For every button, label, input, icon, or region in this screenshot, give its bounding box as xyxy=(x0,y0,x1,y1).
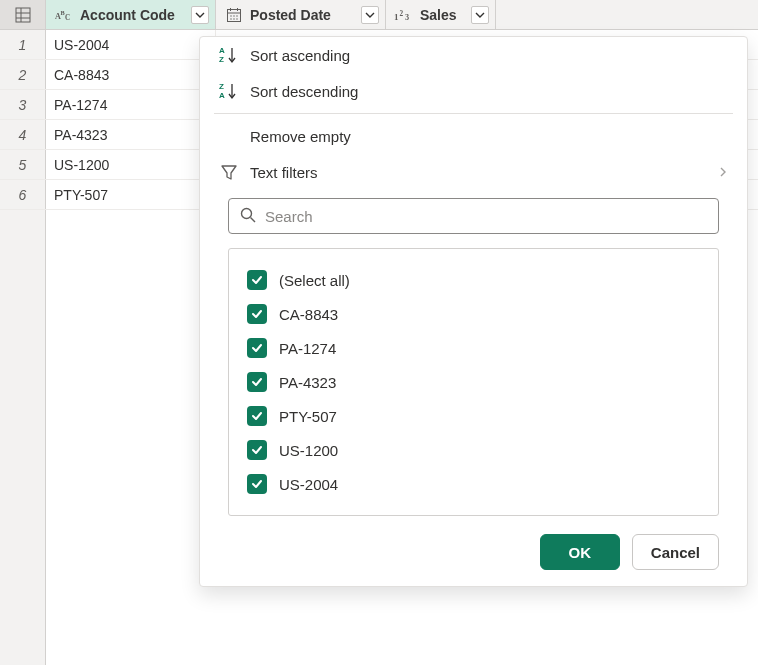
search-container xyxy=(200,190,747,238)
column-title: Account Code xyxy=(80,7,185,23)
svg-point-16 xyxy=(236,18,237,19)
column-title: Posted Date xyxy=(250,7,355,23)
sort-desc-icon: Z A xyxy=(218,80,240,102)
menu-label: Text filters xyxy=(250,164,318,181)
dialog-buttons: OK Cancel xyxy=(200,516,747,570)
table-icon xyxy=(13,5,33,25)
sort-asc-icon: A Z xyxy=(218,44,240,66)
row-number[interactable]: 2 xyxy=(0,60,46,89)
svg-text:Z: Z xyxy=(219,55,224,64)
filter-values-list: (Select all)CA-8843PA-1274PA-4323PTY-507… xyxy=(228,248,719,516)
filter-value-label: CA-8843 xyxy=(279,306,338,323)
search-icon xyxy=(239,206,257,227)
svg-point-15 xyxy=(233,18,234,19)
row-number[interactable]: 4 xyxy=(0,120,46,149)
filter-value-label: PA-1274 xyxy=(279,340,336,357)
svg-line-27 xyxy=(251,217,256,222)
text-filters-item[interactable]: Text filters xyxy=(200,154,747,190)
checkbox[interactable] xyxy=(247,406,267,426)
column-header-sales[interactable]: 1 2 3 Sales xyxy=(386,0,496,29)
search-box[interactable] xyxy=(228,198,719,234)
filter-value-item[interactable]: US-1200 xyxy=(247,433,700,467)
cell-account-code[interactable]: US-1200 xyxy=(46,150,216,179)
filter-value-item[interactable]: US-2004 xyxy=(247,467,700,501)
check-icon xyxy=(250,477,264,491)
button-label: Cancel xyxy=(651,544,700,561)
filter-value-item[interactable]: PA-1274 xyxy=(247,331,700,365)
row-number[interactable]: 5 xyxy=(0,150,46,179)
menu-label: Sort ascending xyxy=(250,47,350,64)
cell-account-code[interactable]: PA-1274 xyxy=(46,90,216,119)
cell-account-code[interactable]: PA-4323 xyxy=(46,120,216,149)
chevron-down-icon xyxy=(475,10,485,20)
svg-point-26 xyxy=(242,208,252,218)
column-filter-button[interactable] xyxy=(471,6,489,24)
filter-icon xyxy=(218,161,240,183)
svg-text:3: 3 xyxy=(405,13,409,22)
checkbox[interactable] xyxy=(247,440,267,460)
filter-value-label: (Select all) xyxy=(279,272,350,289)
filter-value-item[interactable]: PTY-507 xyxy=(247,399,700,433)
sort-ascending-item[interactable]: A Z Sort ascending xyxy=(200,37,747,73)
check-icon xyxy=(250,341,264,355)
row-number[interactable]: 3 xyxy=(0,90,46,119)
column-filter-button[interactable] xyxy=(361,6,379,24)
checkbox[interactable] xyxy=(247,474,267,494)
svg-text:A: A xyxy=(219,91,225,100)
chevron-down-icon xyxy=(365,10,375,20)
check-icon xyxy=(250,273,264,287)
svg-rect-0 xyxy=(16,8,30,22)
text-type-icon: A B C xyxy=(54,5,74,25)
sort-descending-item[interactable]: Z A Sort descending xyxy=(200,73,747,109)
check-icon xyxy=(250,443,264,457)
svg-point-14 xyxy=(230,18,231,19)
search-input[interactable] xyxy=(265,208,708,225)
menu-divider xyxy=(214,113,733,114)
checkbox[interactable] xyxy=(247,270,267,290)
svg-point-11 xyxy=(230,15,231,16)
svg-text:1: 1 xyxy=(394,11,399,21)
filter-value-label: US-1200 xyxy=(279,442,338,459)
svg-text:A: A xyxy=(219,46,225,55)
cell-account-code[interactable]: PTY-507 xyxy=(46,180,216,209)
button-label: OK xyxy=(569,544,592,561)
filter-value-label: US-2004 xyxy=(279,476,338,493)
svg-text:C: C xyxy=(65,14,70,22)
filter-value-label: PTY-507 xyxy=(279,408,337,425)
column-header-account-code[interactable]: A B C Account Code xyxy=(46,0,216,29)
column-filter-button[interactable] xyxy=(191,6,209,24)
check-icon xyxy=(250,375,264,389)
checkbox[interactable] xyxy=(247,304,267,324)
filter-value-item[interactable]: CA-8843 xyxy=(247,297,700,331)
column-header-row: A B C Account Code Posted Date 1 xyxy=(0,0,758,30)
checkbox[interactable] xyxy=(247,338,267,358)
filter-value-item[interactable]: (Select all) xyxy=(247,263,700,297)
check-icon xyxy=(250,307,264,321)
svg-point-13 xyxy=(236,15,237,16)
checkbox[interactable] xyxy=(247,372,267,392)
filter-dropdown-panel: A Z Sort ascending Z A Sort descending R… xyxy=(199,36,748,587)
menu-label: Sort descending xyxy=(250,83,358,100)
svg-text:Z: Z xyxy=(219,82,224,91)
cell-account-code[interactable]: CA-8843 xyxy=(46,60,216,89)
select-all-corner[interactable] xyxy=(0,0,46,29)
svg-point-12 xyxy=(233,15,234,16)
row-number[interactable]: 1 xyxy=(0,30,46,59)
row-number[interactable]: 6 xyxy=(0,180,46,209)
svg-text:2: 2 xyxy=(399,9,403,17)
number-type-icon: 1 2 3 xyxy=(394,5,414,25)
date-type-icon xyxy=(224,5,244,25)
chevron-right-icon xyxy=(717,164,729,181)
filter-value-label: PA-4323 xyxy=(279,374,336,391)
filter-value-item[interactable]: PA-4323 xyxy=(247,365,700,399)
remove-empty-item[interactable]: Remove empty xyxy=(200,118,747,154)
column-header-posted-date[interactable]: Posted Date xyxy=(216,0,386,29)
ok-button[interactable]: OK xyxy=(540,534,620,570)
chevron-down-icon xyxy=(195,10,205,20)
column-title: Sales xyxy=(420,7,465,23)
cancel-button[interactable]: Cancel xyxy=(632,534,719,570)
cell-account-code[interactable]: US-2004 xyxy=(46,30,216,59)
check-icon xyxy=(250,409,264,423)
menu-label: Remove empty xyxy=(250,128,351,145)
